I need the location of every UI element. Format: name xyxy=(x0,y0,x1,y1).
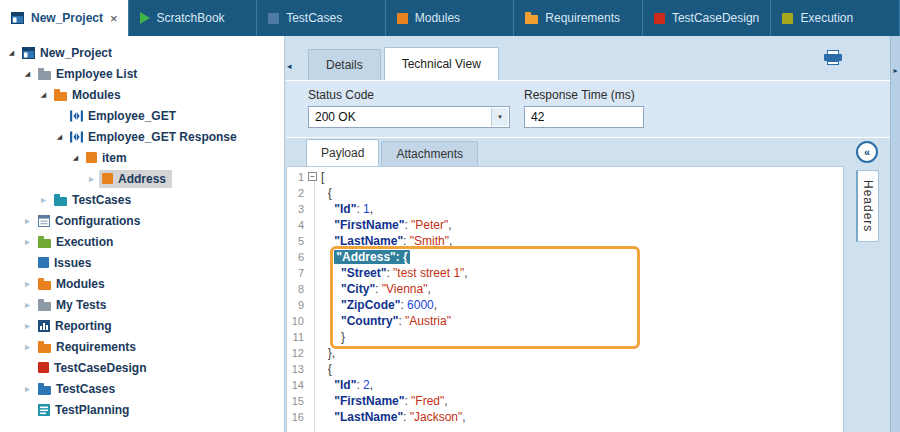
tree-node: TestCases xyxy=(51,191,137,209)
code-line: 3 "Id": 1, xyxy=(287,201,843,217)
top-tab-label: TestCaseDesign xyxy=(672,11,759,25)
tree-item-employee-list[interactable]: ◢Employee List xyxy=(0,63,284,84)
status-code-combobox[interactable]: 200 OK ▾ xyxy=(308,106,510,128)
top-tab-scratchbook[interactable]: ScratchBook xyxy=(129,0,258,36)
tab-headers[interactable]: Headers xyxy=(856,170,879,242)
line-number: 4 xyxy=(287,217,307,233)
tree-item-reporting[interactable]: ▸Reporting xyxy=(0,315,284,336)
top-tab-testcasedesign[interactable]: TestCaseDesign xyxy=(643,0,772,36)
expanded-arrow-icon[interactable]: ◢ xyxy=(4,49,19,56)
line-number: 6 xyxy=(287,249,307,265)
code-line: 7 "Street": "test street 1", xyxy=(287,265,843,281)
detail-tab-bar: DetailsTechnical View xyxy=(308,36,502,80)
square-red-icon xyxy=(38,362,49,373)
square-orange-icon xyxy=(397,13,408,24)
collapsed-arrow-icon[interactable]: ▸ xyxy=(20,216,35,226)
folder-gray-icon xyxy=(38,71,51,80)
tree-node: TestCases xyxy=(35,380,121,398)
tree-item-label: TestCases xyxy=(56,382,115,396)
tree-item-modules[interactable]: ◢Modules xyxy=(0,84,284,105)
tree-item-my-tests[interactable]: ▸My Tests xyxy=(0,294,284,315)
tree-item-issues[interactable]: Issues xyxy=(0,252,284,273)
code-text: [ xyxy=(321,169,324,185)
top-tab-modules[interactable]: Modules xyxy=(386,0,515,36)
tree-item-testcases[interactable]: ▸TestCases xyxy=(0,378,284,399)
fold-column xyxy=(307,185,321,201)
expand-headers-button[interactable]: « xyxy=(856,141,878,163)
expand-right-icon[interactable]: ▸ xyxy=(891,66,900,75)
code-text: "Country": "Austria" xyxy=(321,313,451,329)
tree-item-label: Employee List xyxy=(56,67,137,81)
tree-item-label: Address xyxy=(118,172,166,186)
line-number: 11 xyxy=(287,329,307,345)
collapsed-arrow-icon[interactable]: ▸ xyxy=(20,279,35,289)
code-line: 9 "ZipCode": 6000, xyxy=(287,297,843,313)
line-number: 16 xyxy=(287,409,307,425)
status-code-value: 200 OK xyxy=(315,110,356,124)
tree-item-employee-get[interactable]: Employee_GET xyxy=(0,105,284,126)
top-tab-testcases[interactable]: TestCases xyxy=(257,0,386,36)
tree-node: Employee_GET Response xyxy=(67,128,243,146)
lines-teal-icon xyxy=(38,404,50,416)
fold-column xyxy=(307,313,321,329)
tree-item-label: item xyxy=(102,151,127,165)
top-tab-new_project[interactable]: New_Project× xyxy=(0,0,129,36)
tab-details[interactable]: Details xyxy=(308,49,381,80)
tree-item-label: Employee_GET Response xyxy=(88,130,237,144)
tree-item-testcases[interactable]: ▸TestCases xyxy=(0,189,284,210)
module-icon xyxy=(70,110,83,122)
print-button[interactable] xyxy=(824,50,842,65)
fold-toggle-icon[interactable]: − xyxy=(308,172,317,181)
tree-node: Employee_GET xyxy=(67,107,182,125)
collapsed-arrow-icon[interactable]: ▸ xyxy=(20,300,35,310)
tab-technical-view[interactable]: Technical View xyxy=(384,47,499,80)
collapsed-arrow-icon[interactable]: ▸ xyxy=(36,195,51,205)
project-icon xyxy=(11,12,24,24)
tree-node: TestPlanning xyxy=(35,401,135,419)
tree-item-modules[interactable]: ▸Modules xyxy=(0,273,284,294)
tab-attachments[interactable]: Attachments xyxy=(381,141,478,166)
expanded-arrow-icon[interactable]: ◢ xyxy=(52,133,67,140)
tree-item-testplanning[interactable]: TestPlanning xyxy=(0,399,284,420)
tree-item-execution[interactable]: ▸Execution xyxy=(0,231,284,252)
dropdown-arrow-icon[interactable]: ▾ xyxy=(491,108,508,126)
code-text: "Id": 2, xyxy=(321,377,373,393)
top-tab-requirements[interactable]: Requirements xyxy=(514,0,643,36)
code-text: "Address": { xyxy=(321,249,410,265)
square-orange-icon xyxy=(102,173,113,184)
expanded-arrow-icon[interactable]: ◢ xyxy=(68,154,83,161)
folder-orange-icon xyxy=(54,92,67,101)
expanded-arrow-icon[interactable]: ◢ xyxy=(20,70,35,77)
folder-orange-icon xyxy=(38,344,51,353)
close-tab-icon[interactable]: × xyxy=(110,11,118,26)
tree-item-configurations[interactable]: ▸Configurations xyxy=(0,210,284,231)
code-text: "City": "Vienna", xyxy=(321,281,431,297)
top-tab-execution[interactable]: Execution xyxy=(771,0,900,36)
code-line: 2 { xyxy=(287,185,843,201)
tree-item-requirements[interactable]: ▸Requirements xyxy=(0,336,284,357)
tree-item-testcasedesign[interactable]: TestCaseDesign xyxy=(0,357,284,378)
response-time-label: Response Time (ms) xyxy=(524,88,644,102)
tree-item-employee-get-response[interactable]: ◢Employee_GET Response xyxy=(0,126,284,147)
collapsed-arrow-icon[interactable]: ▸ xyxy=(20,384,35,394)
collapsed-arrow-icon[interactable]: ▸ xyxy=(20,321,35,331)
tree-item-item[interactable]: ◢item xyxy=(0,147,284,168)
square-steel-icon xyxy=(268,13,279,24)
response-time-input[interactable] xyxy=(524,106,644,128)
collapsed-arrow-icon[interactable]: ▸ xyxy=(20,237,35,247)
code-line: 11 } xyxy=(287,329,843,345)
collapsed-arrow-icon[interactable]: ▸ xyxy=(20,342,35,352)
tab-payload[interactable]: Payload xyxy=(306,139,379,166)
folder-gray-icon xyxy=(38,302,51,311)
response-time-field: Response Time (ms) xyxy=(524,88,644,128)
tree-item-new-project[interactable]: ◢New_Project xyxy=(0,42,284,63)
code-text: }, xyxy=(321,345,335,361)
expanded-arrow-icon[interactable]: ◢ xyxy=(36,91,51,98)
collapsed-arrow-icon[interactable]: ▸ xyxy=(84,174,99,184)
fold-column xyxy=(307,361,321,377)
tree-item-address[interactable]: ▸Address xyxy=(0,168,284,189)
collapse-panel-icon[interactable]: ◂ xyxy=(287,61,292,71)
payload-editor[interactable]: 1−[2 {3 "Id": 1,4 "FirstName": "Peter",5… xyxy=(286,166,844,432)
play-green-icon xyxy=(140,12,150,24)
code-text: "Street": "test street 1", xyxy=(321,265,468,281)
